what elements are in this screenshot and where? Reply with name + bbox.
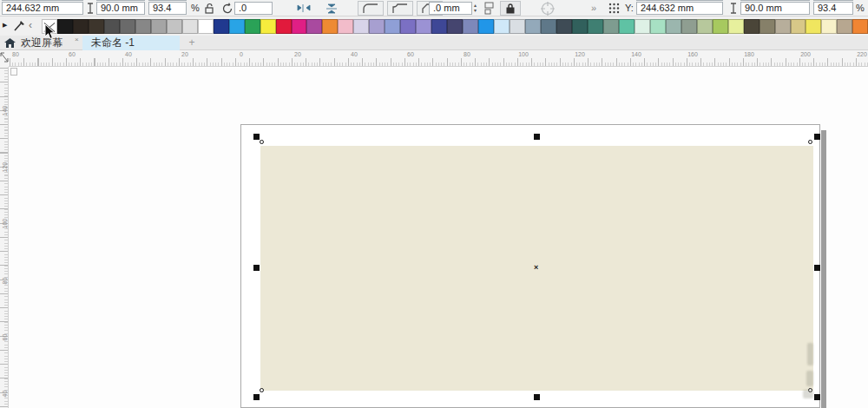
color-swatch[interactable] (120, 19, 135, 34)
color-swatch[interactable] (852, 19, 868, 34)
color-swatch[interactable] (791, 19, 806, 34)
color-swatch[interactable] (167, 19, 182, 34)
tab-welcome-screen[interactable]: 欢迎屏幕 (12, 36, 71, 50)
color-swatch[interactable] (338, 19, 353, 34)
color-swatch[interactable] (619, 19, 635, 34)
selection-handle[interactable] (534, 134, 540, 140)
color-swatch[interactable] (260, 19, 276, 34)
color-swatch[interactable] (73, 19, 89, 34)
rotation-angle-field[interactable]: .0 (234, 2, 273, 15)
color-swatch[interactable] (775, 19, 791, 34)
color-swatch[interactable] (572, 19, 588, 34)
color-swatch[interactable] (400, 19, 416, 34)
selection-center-mark[interactable]: × (534, 264, 538, 271)
new-tab-button[interactable]: + (182, 36, 201, 49)
color-swatch[interactable] (821, 19, 837, 34)
color-swatch[interactable] (510, 19, 525, 34)
color-swatch[interactable] (89, 19, 104, 34)
color-swatch[interactable] (681, 19, 697, 34)
color-swatch[interactable] (104, 19, 120, 34)
ruler-tick-label: 100 (2, 220, 8, 229)
color-swatch[interactable] (57, 19, 73, 34)
edit-corners-lock-button[interactable] (500, 1, 521, 16)
color-swatch[interactable] (322, 19, 338, 34)
eyedropper-icon[interactable] (13, 20, 25, 32)
color-swatch[interactable] (182, 19, 198, 34)
color-swatch[interactable] (713, 19, 728, 34)
palette-scroll-left-icon[interactable]: ‹ (29, 19, 32, 31)
color-swatch[interactable] (245, 19, 260, 34)
mirror-horizontal-icon[interactable] (295, 2, 312, 15)
mouse-cursor (44, 23, 56, 40)
color-swatch[interactable] (276, 19, 292, 34)
color-swatch[interactable] (431, 19, 447, 34)
color-swatch[interactable] (744, 19, 760, 34)
color-swatch[interactable] (494, 19, 510, 34)
toolbar-overflow-chevron[interactable]: » (591, 3, 596, 13)
ruler-origin-corner[interactable] (0, 50, 9, 67)
color-swatch[interactable] (697, 19, 713, 34)
color-swatch[interactable] (135, 19, 151, 34)
selection-handle[interactable] (253, 134, 260, 140)
grid-dots-icon[interactable] (608, 2, 621, 15)
color-swatch[interactable] (525, 19, 541, 34)
corner-scallop-button[interactable] (387, 1, 413, 16)
object-height-field[interactable]: 90.0 mm (96, 2, 145, 15)
color-swatch[interactable] (556, 19, 572, 34)
selection-handle[interactable] (814, 394, 820, 400)
ruler-tick-label: 160 (687, 51, 698, 57)
document-tab-bar: 欢迎屏幕 × 未命名 -1 + (0, 36, 868, 50)
scale-factor-field-right[interactable]: 93.4 (813, 2, 853, 15)
selection-handle[interactable] (814, 134, 820, 140)
ruler-tick-label: 140 (631, 51, 641, 57)
y-position-label: Y: (625, 3, 634, 13)
property-bar: 244.632 mm 90.0 mm 93.4 % .0 .0 mm ▴ ▾ (0, 0, 868, 16)
scale-factor-field[interactable]: 93.4 (148, 2, 187, 15)
ruler-tick-label: 80 (12, 51, 19, 57)
color-swatch[interactable] (728, 19, 744, 34)
selection-handle[interactable] (253, 265, 260, 271)
color-swatch[interactable] (463, 19, 478, 34)
lock-ratio-icon[interactable] (202, 2, 216, 15)
selection-handle[interactable] (534, 394, 540, 400)
color-swatch[interactable] (369, 19, 385, 34)
relative-corner-scaling-icon[interactable] (483, 2, 496, 15)
color-swatch[interactable] (806, 19, 821, 34)
color-swatch[interactable] (603, 19, 619, 34)
color-swatch[interactable] (588, 19, 603, 34)
spinner-down-icon[interactable]: ▾ (474, 9, 477, 13)
color-swatch[interactable] (198, 19, 214, 34)
color-swatch[interactable] (214, 19, 229, 34)
tab-untitled-1[interactable]: 未命名 -1 (82, 36, 180, 50)
palette-expand-arrow-icon[interactable]: ▶ (3, 22, 7, 29)
drawing-canvas[interactable]: × (9, 67, 868, 408)
selection-handle[interactable] (253, 394, 260, 400)
y-position-field-right[interactable]: 244.632 mm (636, 2, 723, 15)
color-swatch[interactable] (666, 19, 681, 34)
color-swatch[interactable] (229, 19, 245, 34)
color-swatch[interactable] (385, 19, 400, 34)
percent-label: % (191, 3, 200, 13)
color-swatch[interactable] (151, 19, 167, 34)
color-swatch[interactable] (478, 19, 494, 34)
color-swatch[interactable] (650, 19, 666, 34)
corner-radius-field[interactable]: .0 mm (429, 2, 472, 15)
y-position-field[interactable]: 244.632 mm (2, 2, 83, 15)
color-swatch[interactable] (760, 19, 775, 34)
tab-close-icon[interactable]: × (75, 36, 79, 43)
corner-round-button[interactable] (358, 1, 384, 16)
color-swatch[interactable] (353, 19, 369, 34)
color-swatch[interactable] (416, 19, 431, 34)
mirror-vertical-icon[interactable] (323, 2, 340, 15)
color-swatch[interactable] (306, 19, 322, 34)
vertical-ruler[interactable]: 140120100806040 (0, 67, 9, 408)
color-swatch[interactable] (541, 19, 556, 34)
ruler-tick-label: 0 (240, 51, 243, 57)
horizontal-ruler[interactable]: 80604020020406080100120140160180200220 (9, 50, 868, 67)
color-swatch[interactable] (292, 19, 307, 34)
object-height-field-right[interactable]: 90.0 mm (740, 2, 810, 15)
color-swatch[interactable] (447, 19, 463, 34)
selection-handle[interactable] (814, 265, 820, 271)
color-swatch[interactable] (837, 19, 852, 34)
color-swatch[interactable] (635, 19, 650, 34)
